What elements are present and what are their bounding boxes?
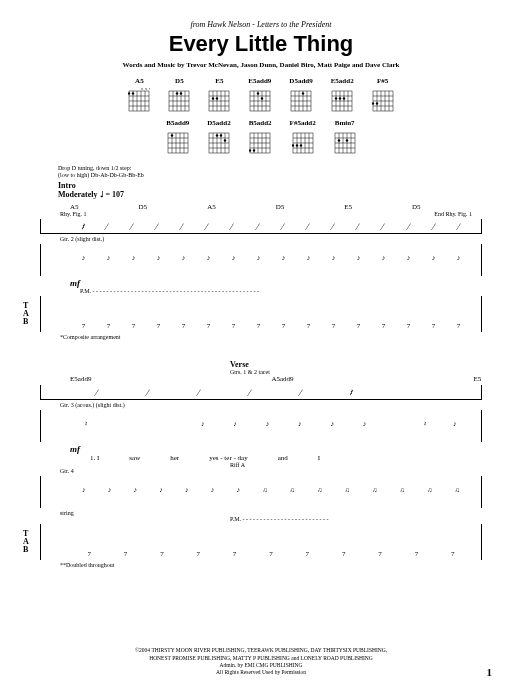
chord-diagram: B5add9 <box>166 119 189 155</box>
svg-point-51 <box>302 92 304 94</box>
chord-grid-icon <box>208 129 230 155</box>
chord-diagram: D5add2 <box>207 119 230 155</box>
svg-point-61 <box>339 97 341 99</box>
chord-grid-icon <box>249 87 271 113</box>
section-intro: Intro <box>58 181 492 190</box>
svg-point-123 <box>345 139 347 141</box>
chord-grid-icon <box>372 87 394 113</box>
svg-point-31 <box>212 97 214 99</box>
vocal-staff: 𝄽 ♪♪♪♪♪♪𝄽♪ <box>40 410 482 442</box>
chord-diagram: F#5add2 <box>290 119 316 155</box>
svg-point-113 <box>299 144 301 146</box>
palm-mute-verse: P.M. - - - - - - - - - - - - - - - - - -… <box>230 516 492 522</box>
section-verse: Verse <box>230 360 492 369</box>
svg-text:x: x <box>141 87 143 91</box>
chord-grid-icon <box>208 87 230 113</box>
chord-diagram-row-2: B5add9 D5add2 B5add2 F#5add2 Bmin7 <box>30 119 492 155</box>
credits-line: Words and Music by Trevor McNevan, Jason… <box>30 61 492 69</box>
chord-grid-icon <box>292 129 314 155</box>
svg-point-122 <box>337 139 339 141</box>
source-attribution: from Hawk Nelson - Letters to the Presid… <box>30 20 492 29</box>
chord-diagram: F#5 <box>372 77 394 113</box>
chord-grid-icon <box>168 87 190 113</box>
verse-system: Verse Gtrs. 1 & 2 tacet E5add9 A5add9 E5… <box>30 360 492 568</box>
chord-grid-icon <box>167 129 189 155</box>
source-album: Letters to the President <box>257 20 332 29</box>
chord-diagram: E5add2 <box>331 77 354 113</box>
svg-point-71 <box>372 102 374 104</box>
chord-diagram: E5 <box>208 77 230 113</box>
chord-grid-icon <box>249 129 271 155</box>
copyright-block: ©2004 THIRSTY MOON RIVER PUBLISHING, TEE… <box>0 647 522 676</box>
svg-point-112 <box>295 144 297 146</box>
guitar-2-label: Gtr. 2 (slight dist.) <box>60 236 492 242</box>
verse-chord-sequence: E5add9 A5add9 E5 <box>70 375 492 383</box>
svg-text:x: x <box>145 87 147 91</box>
palm-mute-line: P.M. - - - - - - - - - - - - - - - - - -… <box>80 288 492 294</box>
footnote-composite: *Composite arrangement <box>60 334 492 340</box>
song-title: Every Little Thing <box>30 31 492 57</box>
tuning-note: Drop D tuning, down 1/2 step: (low to hi… <box>58 165 492 179</box>
svg-point-102 <box>253 149 255 151</box>
rhythm-figure-label: Rhy. Fig. 1 End Rhy. Fig. 1 <box>60 211 492 217</box>
tab-label-icon: TAB <box>23 302 29 326</box>
svg-point-60 <box>335 97 337 99</box>
svg-point-8 <box>128 92 130 94</box>
gtr4-staff: ♪♪♪♪♪♪♪ ♫♫♫♫♫♫♫♫ <box>40 476 482 508</box>
chord-diagram: E5add9 <box>248 77 271 113</box>
chord-diagram: B5add2 <box>249 119 272 155</box>
svg-point-90 <box>216 134 218 136</box>
svg-point-62 <box>343 97 345 99</box>
rhythm-slash-staff: 𝄽/// //// //// //// <box>40 219 482 234</box>
svg-point-21 <box>176 92 178 94</box>
svg-point-101 <box>249 149 251 151</box>
svg-point-81 <box>171 134 173 136</box>
page-number: 1 <box>487 666 493 678</box>
tab-label-icon: TAB <box>23 530 29 554</box>
guitar-4-label: Gtr. 4 <box>60 468 492 474</box>
tab-staff-2: TAB 7 7 7 7 7 7 7 7 7 7 7 <box>40 524 482 560</box>
svg-point-32 <box>216 97 218 99</box>
svg-point-42 <box>261 97 263 99</box>
footnote-doubled: **Doubled throughout <box>60 562 492 568</box>
intro-system: A5 D5 A5 D5 E5 D5 Rhy. Fig. 1 End Rhy. F… <box>30 203 492 340</box>
svg-point-72 <box>375 102 377 104</box>
svg-point-111 <box>292 144 294 146</box>
lyric-line: 1. I saw her yes - ter - day and I <box>90 454 492 462</box>
chord-grid-icon <box>331 87 353 113</box>
svg-point-22 <box>180 92 182 94</box>
svg-text:x: x <box>149 87 150 91</box>
dynamic-mf-2: mf <box>70 444 492 454</box>
dynamic-marking: mf <box>70 278 492 288</box>
svg-point-91 <box>220 134 222 136</box>
chord-diagram: D5add9 <box>289 77 312 113</box>
chord-diagram: D5 <box>168 77 190 113</box>
svg-point-92 <box>224 139 226 141</box>
chord-sequence: A5 D5 A5 D5 E5 D5 <box>70 203 492 211</box>
notation-staff: ♪♪♪♪♪♪♪♪ ♪♪♪♪♪♪♪♪ <box>40 244 482 276</box>
chord-diagram: Bmin7 <box>334 119 356 155</box>
guitar-3-label: Gtr. 3 (acous.) (slight dist.) <box>60 402 492 408</box>
tab-staff: TAB 7 7 7 7 7 7 7 7 7 7 7 7 7 7 7 7 <box>40 296 482 332</box>
chord-diagram: A5 xxx <box>128 77 150 113</box>
chord-grid-icon <box>334 129 356 155</box>
source-prefix: from Hawk Nelson - <box>191 20 257 29</box>
svg-point-41 <box>257 92 259 94</box>
chord-diagram-row-1: A5 xxx D5 E5 E5add9 D5add9 E5add2 F#5 <box>30 77 492 113</box>
chord-grid-icon: xxx <box>128 87 150 113</box>
chord-grid-icon <box>290 87 312 113</box>
svg-point-9 <box>132 92 134 94</box>
tempo-marking: Moderately ♩ = 107 <box>58 190 492 199</box>
rhythm-slash-staff-2: //// /𝄽 <box>40 385 482 400</box>
